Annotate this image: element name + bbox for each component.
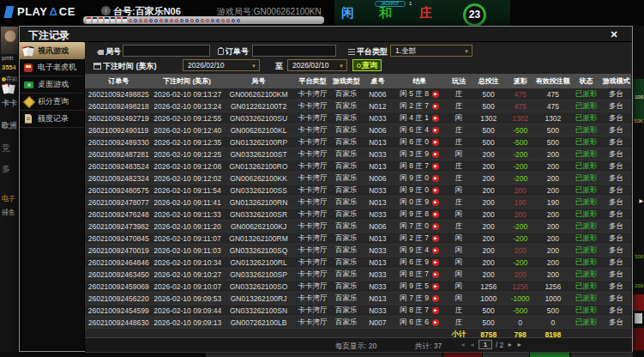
replay-icon[interactable]	[432, 295, 439, 302]
cell-bet-time: 2026-02-10 09:10:07	[152, 281, 222, 293]
table-row[interactable]: 260210092459069 2026-02-10 09:10:07 GN03…	[85, 281, 631, 293]
sidebar-item-slot-machines[interactable]: 电子老虎机	[20, 59, 84, 76]
replay-icon[interactable]	[432, 235, 439, 242]
bet-player-label[interactable]: 闲	[341, 5, 354, 21]
table-row[interactable]: 260210092464846 2026-02-10 09:10:34 GN01…	[85, 257, 631, 269]
table-row[interactable]: 260210092492719 2026-02-10 09:12:55 GN03…	[85, 112, 631, 124]
cell-payout: 200	[505, 209, 534, 221]
replay-icon[interactable]	[432, 151, 439, 158]
lobby-nav-item[interactable]: 捕鱼	[2, 208, 15, 217]
mini-card-icon	[99, 17, 103, 23]
table-row[interactable]: 260210092489330 2026-02-10 09:12:35 GN01…	[85, 136, 631, 148]
cell-payout: -200	[505, 257, 534, 269]
replay-icon[interactable]	[432, 103, 439, 110]
avatar[interactable]	[1, 27, 18, 54]
lobby-nav-item[interactable]: 欧洲	[2, 120, 17, 131]
bet-tie-label[interactable]: 和	[379, 5, 392, 21]
chip-label[interactable]: 200	[635, 283, 643, 288]
cell-game-type: 百家乐	[330, 305, 363, 317]
cell-round-no: GN033262100SR	[222, 209, 295, 221]
lobby-nav-item[interactable]: 竞	[2, 142, 10, 154]
cell-platform: 卡卡湾厅	[295, 209, 330, 221]
replay-icon[interactable]	[432, 271, 439, 278]
prev-page-icon[interactable]: ◄	[469, 342, 475, 348]
round-input[interactable]	[123, 45, 210, 57]
cell-total-bet: 200	[472, 197, 505, 209]
platform-select[interactable]: 1.全部	[390, 45, 472, 57]
bet-banker-label[interactable]: 庄	[419, 5, 432, 21]
play-icon[interactable]: ▶	[639, 197, 643, 203]
cell-round-no: GN013262100RM	[222, 233, 295, 245]
table-row[interactable]: 260210092476248 2026-02-10 09:11:33 GN03…	[85, 209, 631, 221]
cell-game-type: 百家乐	[330, 293, 363, 305]
table-row[interactable]: 260210092454599 2026-02-10 09:09:44 GN03…	[85, 305, 631, 317]
cell-total-bet: 200	[472, 233, 505, 245]
next-page-icon[interactable]: ►	[507, 342, 513, 348]
order-input[interactable]	[252, 45, 336, 57]
replay-icon[interactable]	[432, 139, 439, 146]
table-row[interactable]: 260210092456220 2026-02-10 09:09:53 GN01…	[85, 293, 631, 305]
column-header: 总投注	[472, 74, 505, 88]
chip-label[interactable]: 50K	[634, 118, 643, 124]
sidebar-item-points-inquiry[interactable]: 积分查询	[20, 94, 84, 111]
table-row[interactable]: 260210092498825 2026-02-10 09:13:27 GN00…	[85, 88, 631, 100]
replay-icon[interactable]	[432, 319, 439, 326]
date-to-select[interactable]: 2026/02/10	[287, 59, 347, 71]
chip-label[interactable]: 100	[635, 94, 643, 100]
query-button[interactable]: 查询	[352, 59, 382, 71]
column-header: 平台类型	[295, 74, 330, 88]
cell-payout: 1256	[505, 281, 534, 293]
table-row[interactable]: 260210092490119 2026-02-10 09:12:40 GN00…	[85, 124, 631, 136]
replay-icon[interactable]	[432, 199, 439, 206]
cell-total-bet: 500	[472, 317, 505, 329]
lobby-nav-item[interactable]: 电子	[2, 194, 15, 203]
sidebar-item-table-games[interactable]: 桌面游戏	[20, 76, 84, 94]
cell-play-type: 闲	[446, 257, 472, 269]
replay-icon[interactable]	[432, 211, 439, 218]
sidebar-item-video-games[interactable]: 视讯游戏	[20, 42, 90, 59]
lobby-nav-item[interactable]: 卡卡	[2, 98, 17, 109]
replay-icon[interactable]	[432, 307, 439, 314]
replay-icon[interactable]	[432, 127, 439, 134]
date-from-select[interactable]: 2026/02/10	[183, 59, 260, 71]
cell-game-mode: 多台	[601, 148, 631, 160]
replay-icon[interactable]	[432, 283, 439, 290]
table-row[interactable]: 260210092470845 2026-02-10 09:11:07 GN01…	[85, 233, 631, 245]
table-row[interactable]: 260210092483524 2026-02-10 09:12:08 GN01…	[85, 160, 631, 172]
chip-label[interactable]: 500	[635, 254, 643, 259]
replay-icon[interactable]	[432, 187, 439, 194]
cell-status: 已派彩	[571, 148, 601, 160]
bead-dot	[144, 19, 147, 22]
table-row[interactable]: 260210092498218 2026-02-10 09:13:24 GN01…	[85, 100, 631, 112]
table-row[interactable]: 260210092448630 2026-02-10 09:09:13 GN00…	[85, 317, 631, 329]
replay-icon[interactable]	[432, 223, 439, 230]
lobby-nav-item[interactable]: 多	[2, 163, 10, 175]
replay-icon[interactable]	[432, 247, 439, 254]
replay-icon[interactable]	[432, 175, 439, 182]
table-row[interactable]: 260210092487281 2026-02-10 09:12:25 GN03…	[85, 148, 631, 160]
column-header: 结果	[393, 74, 446, 88]
cell-platform: 卡卡湾厅	[295, 281, 330, 293]
sidebar-item-quota-records[interactable]: 额度记录	[20, 111, 84, 128]
table-row[interactable]: 260210092478077 2026-02-10 09:11:41 GN01…	[85, 197, 631, 209]
cell-round-no: GN006262100KJ	[222, 221, 295, 233]
table-row[interactable]: 260210092480575 2026-02-10 09:11:54 GN03…	[85, 185, 631, 197]
replay-icon[interactable]	[432, 259, 439, 266]
sidebar-item-label: 视讯游戏	[38, 45, 69, 57]
table-row[interactable]: 260210092470019 2026-02-10 09:11:03 GN03…	[85, 245, 631, 257]
lobby-username: pmh	[2, 55, 14, 61]
column-header: 玩法	[446, 74, 472, 88]
table-row[interactable]: 260210092463450 2026-02-10 09:10:27 GN03…	[85, 269, 631, 281]
first-page-icon[interactable]: ◄	[460, 342, 466, 348]
replay-icon[interactable]	[432, 115, 439, 122]
cell-payout: 475	[505, 88, 534, 100]
replay-icon[interactable]	[432, 91, 439, 98]
table-row[interactable]: 260210092473982 2026-02-10 09:11:20 GN00…	[85, 221, 631, 233]
page-input[interactable]: 1	[478, 340, 492, 349]
table-row[interactable]: 260210092482324 2026-02-10 09:12:02 GN00…	[85, 172, 631, 185]
cell-status: 已派彩	[571, 136, 601, 148]
cell-table-no: N012	[363, 100, 394, 112]
close-icon[interactable]	[608, 28, 620, 40]
last-page-icon[interactable]: ►	[516, 342, 522, 348]
replay-icon[interactable]	[432, 163, 439, 170]
